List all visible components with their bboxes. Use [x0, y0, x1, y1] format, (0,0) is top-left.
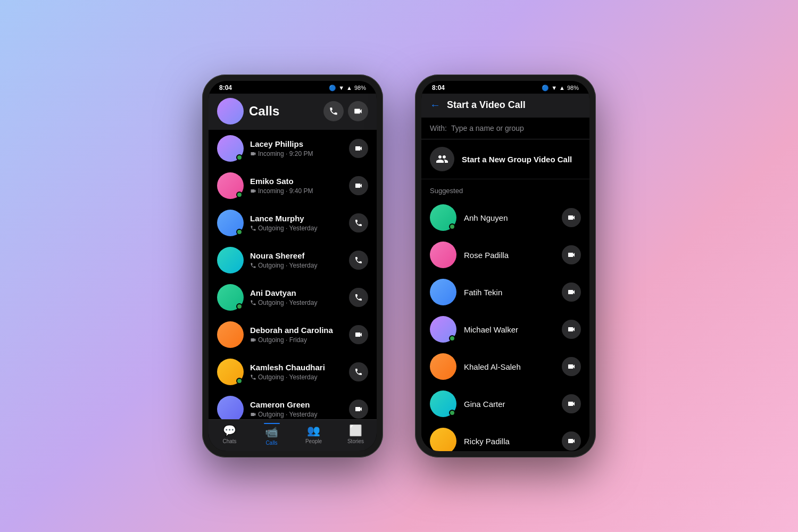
tab-label-people: People: [305, 438, 322, 444]
messenger-icon: 🔵: [329, 85, 336, 92]
video-call-person-button[interactable]: [562, 394, 581, 413]
person-avatar: [430, 353, 456, 380]
call-meta-text: Outgoing · Yesterday: [258, 262, 317, 269]
call-meta-text: Outgoing · Yesterday: [258, 299, 317, 306]
tab-icon-people: 👥: [307, 424, 320, 437]
new-video-call-button[interactable]: [348, 101, 368, 121]
battery-label: 98%: [354, 85, 366, 91]
video-call-person-button[interactable]: [562, 357, 581, 376]
person-item[interactable]: Rose Padilla: [421, 236, 589, 273]
online-dot: [236, 378, 243, 384]
online-dot: [236, 154, 243, 161]
call-action-button[interactable]: [349, 251, 368, 270]
call-name: Ani Davtyan: [250, 288, 343, 297]
tab-icon-chats: 💬: [223, 424, 236, 437]
person-avatar-wrap: [430, 242, 456, 268]
call-action-button[interactable]: [349, 139, 368, 158]
with-row: With: Type a name or group: [421, 118, 589, 139]
call-meta-text: Outgoing · Yesterday: [258, 411, 317, 418]
call-item[interactable]: Lance Murphy Outgoing · Yesterday: [209, 204, 377, 242]
call-action-button[interactable]: [349, 213, 368, 232]
tab-chats[interactable]: 💬 Chats: [209, 424, 251, 446]
person-item[interactable]: Gina Carter: [421, 385, 589, 422]
status-icons-left: 🔵 ▼ ▲ 98%: [329, 85, 366, 92]
call-info: Ani Davtyan Outgoing · Yesterday: [250, 288, 343, 306]
call-item[interactable]: Noura Shereef Outgoing · Yesterday: [209, 242, 377, 279]
person-item[interactable]: Anh Nguyen: [421, 199, 589, 236]
call-action-button[interactable]: [349, 400, 368, 419]
call-meta-text: Outgoing · Friday: [258, 336, 307, 344]
avatar-wrap: [217, 210, 244, 236]
call-meta-text: Incoming · 9:40 PM: [258, 187, 313, 195]
video-call-header: ← Start a Video Call: [421, 94, 589, 118]
call-info: Emiko Sato Incoming · 9:40 PM: [250, 177, 343, 195]
person-item[interactable]: Khaled Al-Saleh: [421, 348, 589, 385]
status-bar-left: 8:04 🔵 ▼ ▲ 98%: [209, 81, 377, 94]
call-action-button[interactable]: [349, 362, 368, 381]
video-call-person-button[interactable]: [562, 245, 581, 264]
online-dot: [236, 192, 243, 198]
calls-list: Lacey Phillips Incoming · 9:20 PM Emiko …: [209, 130, 377, 419]
call-name: Noura Shereef: [250, 251, 343, 260]
profile-avatar[interactable]: [217, 98, 244, 124]
tab-label-chats: Chats: [222, 438, 236, 444]
call-name: Deborah and Carolina: [250, 326, 343, 335]
with-label: With:: [430, 124, 447, 132]
left-screen: 8:04 🔵 ▼ ▲ 98% Calls: [209, 81, 377, 451]
person-avatar: [430, 428, 456, 451]
person-avatar: [430, 242, 456, 268]
active-indicator: [264, 423, 280, 424]
call-meta: Outgoing · Yesterday: [250, 262, 343, 269]
person-avatar-wrap: [430, 353, 456, 380]
video-call-person-button[interactable]: [562, 208, 581, 227]
call-info: Noura Shereef Outgoing · Yesterday: [250, 251, 343, 269]
call-item[interactable]: Ani Davtyan Outgoing · Yesterday: [209, 279, 377, 316]
call-meta-text: Incoming · 9:20 PM: [258, 150, 313, 157]
call-meta: Outgoing · Yesterday: [250, 225, 343, 232]
wifi-icon: ▼: [338, 85, 344, 91]
tab-stories[interactable]: ⬜ Stories: [335, 424, 377, 446]
person-avatar-wrap: [430, 279, 456, 305]
online-dot: [449, 410, 455, 416]
tab-label-calls: Calls: [265, 440, 277, 446]
person-name: Ricky Padilla: [464, 437, 554, 446]
battery-label-r: 98%: [567, 85, 579, 91]
video-call-person-button[interactable]: [562, 282, 581, 302]
call-avatar: [217, 321, 244, 348]
person-item[interactable]: Fatih Tekin: [421, 273, 589, 311]
right-screen: 8:04 🔵 ▼ ▲ 98% ← Start a Video Call With…: [421, 81, 589, 451]
new-audio-call-button[interactable]: [323, 101, 344, 121]
person-name: Anh Nguyen: [464, 213, 554, 222]
video-call-person-button[interactable]: [562, 431, 581, 451]
back-button[interactable]: ←: [430, 99, 440, 111]
person-avatar-wrap: [430, 316, 456, 343]
video-call-content: With: Type a name or group Start a New G…: [421, 118, 589, 451]
name-input-placeholder[interactable]: Type a name or group: [451, 124, 581, 132]
people-list: Anh Nguyen Rose Padilla Fatih Tekin Mich…: [421, 199, 589, 451]
new-group-video-call-button[interactable]: Start a New Group Video Call: [421, 139, 589, 179]
person-avatar-wrap: [430, 390, 456, 417]
call-name: Lance Murphy: [250, 214, 343, 223]
tab-people[interactable]: 👥 People: [293, 424, 335, 446]
call-item[interactable]: Deborah and Carolina Outgoing · Friday: [209, 316, 377, 353]
calls-header: Calls: [209, 94, 377, 130]
call-name: Lacey Phillips: [250, 139, 343, 148]
avatar-wrap: [217, 135, 244, 162]
new-group-label: Start a New Group Video Call: [462, 155, 572, 164]
tab-calls[interactable]: 📹 Calls: [251, 424, 293, 446]
call-item[interactable]: Kamlesh Chaudhari Outgoing · Yesterday: [209, 353, 377, 390]
person-item[interactable]: Ricky Padilla: [421, 422, 589, 451]
call-action-button[interactable]: [349, 176, 368, 195]
person-name: Fatih Tekin: [464, 288, 554, 297]
person-item[interactable]: Michael Walker: [421, 311, 589, 348]
video-call-person-button[interactable]: [562, 320, 581, 339]
call-action-button[interactable]: [349, 288, 368, 307]
right-phone: 8:04 🔵 ▼ ▲ 98% ← Start a Video Call With…: [415, 74, 596, 458]
call-item[interactable]: Emiko Sato Incoming · 9:40 PM: [209, 167, 377, 204]
call-info: Lacey Phillips Incoming · 9:20 PM: [250, 139, 343, 157]
tab-icon-stories: ⬜: [349, 424, 362, 437]
call-name: Kamlesh Chaudhari: [250, 363, 343, 372]
call-item[interactable]: Cameron Green Outgoing · Yesterday: [209, 390, 377, 419]
call-item[interactable]: Lacey Phillips Incoming · 9:20 PM: [209, 130, 377, 167]
call-action-button[interactable]: [349, 325, 368, 344]
